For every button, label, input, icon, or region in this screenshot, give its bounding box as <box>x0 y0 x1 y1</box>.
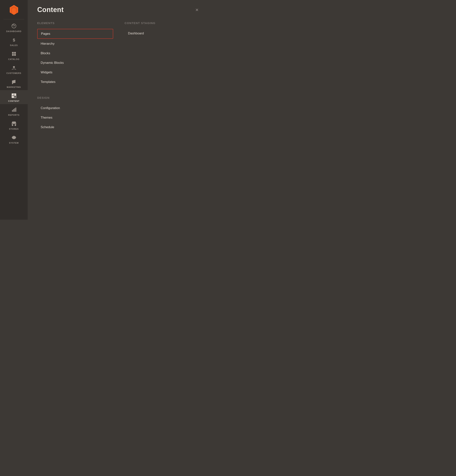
svg-text:$: $ <box>13 38 15 42</box>
content-staging-heading: Content Staging <box>125 21 201 25</box>
reports-icon <box>11 106 17 113</box>
svg-rect-20 <box>14 108 15 112</box>
svg-rect-18 <box>12 110 13 112</box>
system-icon <box>11 134 17 141</box>
svg-point-10 <box>13 66 15 68</box>
menu-item-blocks[interactable]: Blocks <box>37 49 113 58</box>
sidebar-item-system[interactable]: SYSTEM <box>0 132 28 146</box>
design-heading: Design <box>37 96 113 99</box>
svg-rect-9 <box>14 54 16 56</box>
sidebar-item-catalog[interactable]: CATALOG <box>0 48 28 62</box>
menu-item-hierarchy[interactable]: Hierarchy <box>37 39 113 48</box>
sidebar-item-dashboard[interactable]: DASHBOARD <box>0 20 28 34</box>
sidebar-item-label: CONTENT <box>8 100 19 102</box>
svg-rect-6 <box>12 52 14 54</box>
sidebar-item-reports[interactable]: REPORTS <box>0 104 28 118</box>
menu-item-templates[interactable]: Templates <box>37 77 113 86</box>
sidebar-item-marketing[interactable]: MARKETING <box>0 76 28 90</box>
svg-rect-17 <box>14 96 16 98</box>
stores-icon <box>11 120 17 127</box>
design-section-gap: Design Configuration Themes Schedule <box>37 96 113 132</box>
svg-rect-25 <box>15 124 16 124</box>
customers-icon <box>11 65 17 71</box>
marketing-icon <box>11 78 17 85</box>
svg-rect-19 <box>13 109 14 112</box>
sales-icon: $ <box>11 37 17 43</box>
svg-rect-21 <box>16 108 16 112</box>
menu-item-themes[interactable]: Themes <box>37 113 113 122</box>
svg-rect-16 <box>12 96 14 98</box>
panel-title: Content <box>37 6 64 14</box>
menu-item-schedule[interactable]: Schedule <box>37 123 113 132</box>
sidebar-item-label: SALES <box>10 44 18 46</box>
svg-rect-23 <box>13 124 15 126</box>
logo[interactable] <box>0 0 28 19</box>
menu-item-dynamic-blocks[interactable]: Dynamic Blocks <box>37 58 113 68</box>
panel-header: Content × <box>37 6 200 14</box>
menu-item-configuration[interactable]: Configuration <box>37 103 113 113</box>
sidebar-item-stores[interactable]: STORES <box>0 118 28 132</box>
menu-item-widgets[interactable]: Widgets <box>37 68 113 77</box>
sidebar-item-label: STORES <box>9 128 18 130</box>
dashboard-icon <box>11 23 17 29</box>
left-column: Elements Pages Hierarchy Blocks Dynamic … <box>37 21 125 132</box>
magento-logo-icon <box>8 4 20 16</box>
menu-item-staging-dashboard[interactable]: Dashboard <box>125 29 201 38</box>
svg-marker-11 <box>12 80 16 83</box>
svg-rect-24 <box>12 124 13 124</box>
panel-columns: Elements Pages Hierarchy Blocks Dynamic … <box>37 21 200 132</box>
catalog-icon <box>11 51 17 57</box>
sidebar-item-customers[interactable]: CUSTOMERS <box>0 62 28 76</box>
svg-rect-7 <box>14 52 16 54</box>
close-button[interactable]: × <box>194 7 200 13</box>
content-panel: Content × Elements Pages Hierarchy Block… <box>28 0 210 220</box>
elements-heading: Elements <box>37 21 113 25</box>
sidebar-item-label: MARKETING <box>7 86 21 88</box>
svg-rect-12 <box>12 83 13 84</box>
svg-rect-8 <box>12 54 14 56</box>
right-column: Content Staging Dashboard <box>125 21 201 132</box>
svg-rect-15 <box>14 94 16 95</box>
sidebar-item-label: SYSTEM <box>9 142 19 144</box>
sidebar-item-label: REPORTS <box>8 114 19 116</box>
sidebar-item-label: DASHBOARD <box>6 30 21 33</box>
svg-point-4 <box>14 26 14 26</box>
svg-rect-14 <box>12 94 14 95</box>
sidebar-item-label: CATALOG <box>8 58 19 60</box>
sidebar-item-content[interactable]: CONTENT <box>0 90 28 104</box>
svg-marker-2 <box>12 8 16 15</box>
content-icon <box>11 93 17 99</box>
sidebar-item-label: CUSTOMERS <box>6 72 21 74</box>
sidebar-item-sales[interactable]: $ SALES <box>0 34 28 48</box>
sidebar: DASHBOARD $ SALES CATALOG <box>0 0 28 220</box>
menu-item-pages[interactable]: Pages <box>37 29 113 39</box>
